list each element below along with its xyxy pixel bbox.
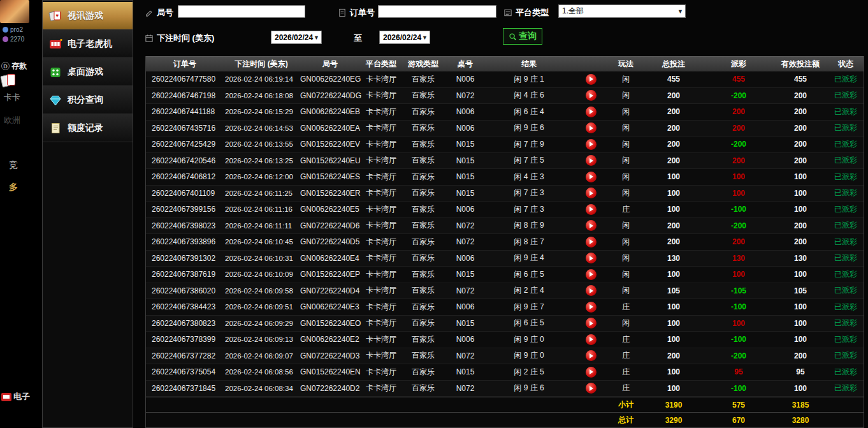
- play-video-button[interactable]: [586, 383, 597, 394]
- table-row: 260224067425429 2026-02-24 06:13:55 GN01…: [146, 137, 864, 153]
- round-number-input[interactable]: [178, 5, 305, 18]
- cell-video: [573, 220, 609, 231]
- cell-round-no: GN015262240ES: [299, 172, 361, 181]
- cell-game-type: 百家乐: [401, 334, 445, 345]
- cell-total-bet: 100: [643, 205, 704, 214]
- date-to-separator: 至: [354, 31, 362, 45]
- play-video-button[interactable]: [586, 318, 597, 328]
- order-number-input[interactable]: [378, 5, 496, 18]
- cell-total-bet: 200: [643, 91, 704, 100]
- cell-bet-time: 2026-02-24 06:08:56: [224, 368, 299, 376]
- play-video-button[interactable]: [586, 155, 597, 166]
- play-icon: [590, 386, 593, 391]
- play-video-button[interactable]: [586, 285, 597, 296]
- nav-fragment-dianzi[interactable]: 电子: [1, 391, 30, 402]
- cell-result: 闲 2 庄 5: [485, 367, 573, 378]
- cell-video: [573, 334, 609, 345]
- cards-icon: [1, 73, 19, 89]
- cell-game-type: 百家乐: [401, 220, 445, 231]
- play-video-button[interactable]: [586, 334, 597, 345]
- cell-order-no: 260224067380823: [146, 319, 224, 328]
- cell-result: 闲 2 庄 4: [485, 285, 573, 296]
- sidebar-item-credit-records[interactable]: 额度记录: [43, 114, 133, 142]
- nav-fragment-ouzhou[interactable]: 欧洲: [4, 115, 20, 126]
- cell-result: 闲 9 庄 6: [485, 383, 573, 394]
- cell-status: 已派彩: [828, 285, 864, 296]
- cell-status: 已派彩: [828, 172, 864, 182]
- cell-bet-on: 闲: [609, 122, 643, 133]
- cell-platform: 卡卡湾厅: [361, 204, 401, 215]
- col-header-game: 游戏类型: [401, 59, 445, 70]
- col-header-payout: 派彩: [704, 59, 773, 70]
- cell-round-no: GN015262240EO: [299, 319, 361, 328]
- cell-round-no: GN006262240EG: [299, 75, 361, 84]
- cell-result: 闲 9 庄 6: [485, 122, 573, 133]
- cell-bet-time: 2026-02-24 06:09:51: [224, 303, 299, 311]
- cell-bet-time: 2026-02-24 06:08:34: [224, 385, 299, 392]
- cell-status: 已派彩: [828, 334, 864, 345]
- cell-video: [573, 383, 609, 394]
- cell-bet-time: 2026-02-24 06:11:16: [224, 205, 299, 213]
- play-icon: [590, 207, 593, 212]
- date-from-select[interactable]: 2026/02/24 ▼: [271, 31, 322, 44]
- cell-valid-bet: 200: [773, 351, 828, 360]
- play-video-button[interactable]: [586, 74, 597, 85]
- sidebar-item-label: 积分查询: [68, 94, 103, 106]
- play-video-button[interactable]: [586, 237, 597, 247]
- cell-payout: 455: [704, 75, 773, 84]
- cell-valid-bet: 200: [773, 221, 828, 230]
- play-video-button[interactable]: [586, 122, 597, 133]
- date-to-select[interactable]: 2026/02/24 ▼: [379, 31, 430, 44]
- cell-table-no: N015: [445, 319, 485, 328]
- cell-payout: 200: [704, 124, 773, 133]
- cell-result: 闲 7 庄 3: [485, 204, 573, 215]
- play-video-button[interactable]: [586, 188, 597, 198]
- table-row: 260224067420546 2026-02-24 06:13:25 GN01…: [146, 153, 864, 170]
- play-video-button[interactable]: [586, 269, 597, 280]
- cell-valid-bet: 100: [773, 335, 828, 344]
- cell-bet-on: 闲: [609, 253, 643, 263]
- play-video-button[interactable]: [586, 220, 597, 231]
- nav-fragment-kaka[interactable]: 卡卡: [4, 92, 20, 103]
- play-video-button[interactable]: [586, 253, 597, 263]
- sidebar-item-slots[interactable]: 电子老虎机: [43, 30, 133, 58]
- play-video-button[interactable]: [586, 350, 597, 361]
- col-header-status: 状态: [828, 59, 864, 70]
- deposit-button-fragment[interactable]: D 存款: [1, 61, 27, 71]
- cell-platform: 卡卡湾厅: [361, 367, 401, 378]
- play-video-button[interactable]: [586, 302, 597, 313]
- play-video-button[interactable]: [586, 90, 597, 101]
- nav-fragment-duo[interactable]: 多: [9, 182, 18, 193]
- table-row: 260224067391302 2026-02-24 06:10:31 GN00…: [146, 251, 864, 267]
- sidebar-item-label: 桌面游戏: [68, 66, 103, 78]
- play-video-button[interactable]: [586, 367, 597, 378]
- cell-bet-time: 2026-02-24 06:19:14: [224, 75, 299, 83]
- play-video-button[interactable]: [586, 139, 597, 150]
- play-video-button[interactable]: [586, 204, 597, 215]
- table-row: 260224067371845 2026-02-24 06:08:34 GN07…: [146, 381, 864, 397]
- cell-video: [573, 318, 609, 328]
- cell-platform: 卡卡湾厅: [361, 122, 401, 133]
- sidebar-item-table-games[interactable]: 桌面游戏: [43, 58, 133, 86]
- cell-table-no: N015: [445, 140, 485, 149]
- cell-game-type: 百家乐: [401, 367, 445, 378]
- sidebar-item-video-games[interactable]: ♥ 视讯游戏: [43, 2, 133, 30]
- search-button[interactable]: 查询: [503, 28, 542, 45]
- play-icon: [590, 304, 593, 309]
- document-icon: [338, 8, 347, 17]
- cell-status: 已派彩: [828, 204, 864, 215]
- nav-fragment-jing[interactable]: 竞: [9, 159, 18, 171]
- play-icon: [590, 353, 593, 358]
- cell-status: 已派彩: [828, 237, 864, 247]
- play-video-button[interactable]: [586, 107, 597, 117]
- cell-table-no: N006: [445, 107, 485, 116]
- col-header-round: 局号: [299, 59, 361, 70]
- bet-time-label: 下注时间 (美东): [145, 31, 214, 45]
- cell-bet-time: 2026-02-24 06:10:09: [224, 270, 299, 278]
- bet-records-table: 订单号 下注时间 (美东) 局号 平台类型 游戏类型 桌号 结果 玩法 总投注 …: [145, 56, 864, 428]
- platform-type-select[interactable]: 1.全部 ▼: [558, 4, 686, 18]
- cell-total-bet: 105: [643, 286, 704, 295]
- sidebar-item-points-query[interactable]: 积分查询: [43, 86, 133, 114]
- play-video-button[interactable]: [586, 172, 597, 182]
- cell-valid-bet: 100: [773, 189, 828, 198]
